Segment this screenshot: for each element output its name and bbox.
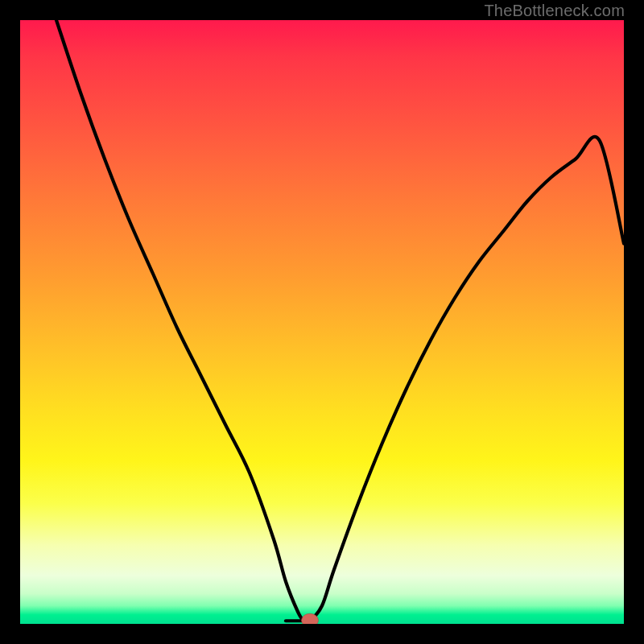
curve-layer (20, 20, 624, 624)
watermark-text: TheBottleneck.com (484, 2, 625, 20)
bottleneck-curve (56, 20, 624, 622)
chart-frame: TheBottleneck.com (0, 0, 644, 644)
